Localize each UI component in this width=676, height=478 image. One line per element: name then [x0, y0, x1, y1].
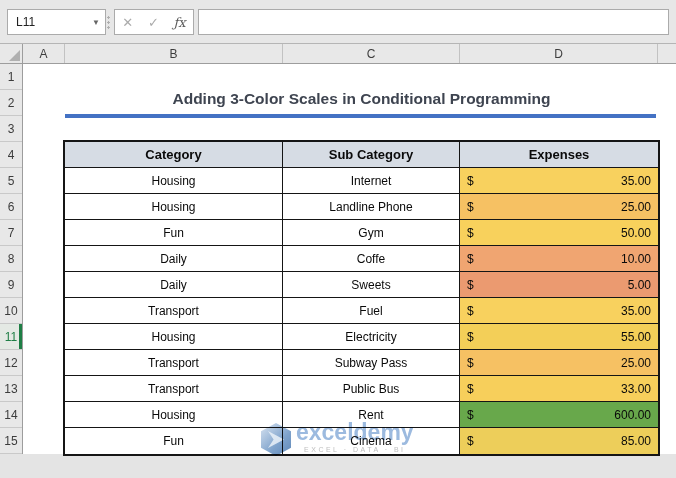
- currency-symbol: $: [467, 356, 474, 370]
- category-cell[interactable]: Daily: [65, 246, 283, 272]
- expense-amount: 35.00: [621, 304, 651, 318]
- row-header-10[interactable]: 10: [0, 298, 22, 324]
- expense-amount: 25.00: [621, 200, 651, 214]
- name-box-dropdown-icon[interactable]: ▼: [92, 18, 100, 27]
- name-box[interactable]: L11 ▼: [7, 9, 106, 35]
- sheet-title[interactable]: Adding 3-Color Scales in Conditional Pro…: [65, 86, 658, 112]
- row-header-13[interactable]: 13: [0, 376, 22, 402]
- subcategory-cell[interactable]: Landline Phone: [283, 194, 460, 220]
- expenses-table: CategorySub CategoryExpensesHousingInter…: [63, 140, 660, 456]
- expense-cell[interactable]: $85.00: [460, 428, 658, 454]
- category-cell[interactable]: Transport: [65, 350, 283, 376]
- expense-amount: 600.00: [614, 408, 651, 422]
- expense-cell[interactable]: $25.00: [460, 194, 658, 220]
- cancel-icon[interactable]: ✕: [122, 15, 133, 30]
- category-cell[interactable]: Housing: [65, 194, 283, 220]
- expense-amount: 85.00: [621, 434, 651, 448]
- subcategory-cell[interactable]: Sweets: [283, 272, 460, 298]
- row-header-8[interactable]: 8: [0, 246, 22, 272]
- subcategory-cell[interactable]: Fuel: [283, 298, 460, 324]
- row-header-6[interactable]: 6: [0, 194, 22, 220]
- formula-bar-input[interactable]: [198, 9, 669, 35]
- category-cell[interactable]: Housing: [65, 402, 283, 428]
- subcategory-cell[interactable]: Coffe: [283, 246, 460, 272]
- expense-cell[interactable]: $35.00: [460, 298, 658, 324]
- expense-cell[interactable]: $5.00: [460, 272, 658, 298]
- name-box-value: L11: [16, 15, 35, 29]
- table-header-sub-category[interactable]: Sub Category: [283, 142, 460, 168]
- currency-symbol: $: [467, 382, 474, 396]
- row-header-2[interactable]: 2: [0, 90, 22, 116]
- currency-symbol: $: [467, 200, 474, 214]
- column-header-partial[interactable]: [658, 44, 676, 63]
- table-header-category[interactable]: Category: [65, 142, 283, 168]
- expense-cell[interactable]: $50.00: [460, 220, 658, 246]
- category-cell[interactable]: Fun: [65, 220, 283, 246]
- title-underline-bar: [65, 114, 656, 118]
- row-header-4[interactable]: 4: [0, 142, 22, 168]
- select-all-triangle-icon: [9, 50, 20, 61]
- subcategory-cell[interactable]: Public Bus: [283, 376, 460, 402]
- expense-cell[interactable]: $33.00: [460, 376, 658, 402]
- formula-strip: L11 ▼ ✕ ✓ ƒx: [0, 0, 676, 44]
- column-header-C[interactable]: C: [283, 44, 460, 63]
- separator-grip-dots: [106, 14, 111, 31]
- row-headers: 123456789101112131415: [0, 64, 23, 454]
- column-headers: ABCD: [0, 44, 676, 64]
- expense-cell[interactable]: $25.00: [460, 350, 658, 376]
- column-header-D[interactable]: D: [460, 44, 658, 63]
- currency-symbol: $: [467, 408, 474, 422]
- expense-amount: 33.00: [621, 382, 651, 396]
- currency-symbol: $: [467, 278, 474, 292]
- category-cell[interactable]: Daily: [65, 272, 283, 298]
- row-header-5[interactable]: 5: [0, 168, 22, 194]
- currency-symbol: $: [467, 226, 474, 240]
- category-cell[interactable]: Transport: [65, 298, 283, 324]
- expense-cell[interactable]: $35.00: [460, 168, 658, 194]
- expense-amount: 10.00: [621, 252, 651, 266]
- sheet-canvas: Adding 3-Color Scales in Conditional Pro…: [23, 64, 676, 454]
- insert-function-icon[interactable]: ƒx: [173, 15, 185, 30]
- category-cell[interactable]: Housing: [65, 324, 283, 350]
- currency-symbol: $: [467, 174, 474, 188]
- row-header-7[interactable]: 7: [0, 220, 22, 246]
- row-header-12[interactable]: 12: [0, 350, 22, 376]
- formula-button-group: ✕ ✓ ƒx: [114, 9, 194, 35]
- row-header-15[interactable]: 15: [0, 428, 22, 454]
- expense-cell[interactable]: $55.00: [460, 324, 658, 350]
- row-header-9[interactable]: 9: [0, 272, 22, 298]
- row-header-3[interactable]: 3: [0, 116, 22, 142]
- currency-symbol: $: [467, 304, 474, 318]
- currency-symbol: $: [467, 252, 474, 266]
- row-header-1[interactable]: 1: [0, 64, 22, 90]
- expense-amount: 5.00: [628, 278, 651, 292]
- outside-sheet-area: [0, 454, 676, 478]
- select-all-corner[interactable]: [0, 44, 23, 63]
- table-header-expenses[interactable]: Expenses: [460, 142, 658, 168]
- expense-amount: 50.00: [621, 226, 651, 240]
- enter-icon[interactable]: ✓: [148, 15, 159, 30]
- expense-amount: 35.00: [621, 174, 651, 188]
- expense-cell[interactable]: $600.00: [460, 402, 658, 428]
- expense-amount: 55.00: [621, 330, 651, 344]
- category-cell[interactable]: Fun: [65, 428, 283, 454]
- currency-symbol: $: [467, 330, 474, 344]
- subcategory-cell[interactable]: Internet: [283, 168, 460, 194]
- currency-symbol: $: [467, 434, 474, 448]
- subcategory-cell[interactable]: Rent: [283, 402, 460, 428]
- subcategory-cell[interactable]: Gym: [283, 220, 460, 246]
- subcategory-cell[interactable]: Subway Pass: [283, 350, 460, 376]
- expense-cell[interactable]: $10.00: [460, 246, 658, 272]
- column-header-B[interactable]: B: [65, 44, 283, 63]
- subcategory-cell[interactable]: Electricity: [283, 324, 460, 350]
- column-header-A[interactable]: A: [23, 44, 65, 63]
- subcategory-cell[interactable]: Cinema: [283, 428, 460, 454]
- row-header-14[interactable]: 14: [0, 402, 22, 428]
- category-cell[interactable]: Housing: [65, 168, 283, 194]
- row-header-11[interactable]: 11: [0, 324, 22, 350]
- category-cell[interactable]: Transport: [65, 376, 283, 402]
- expense-amount: 25.00: [621, 356, 651, 370]
